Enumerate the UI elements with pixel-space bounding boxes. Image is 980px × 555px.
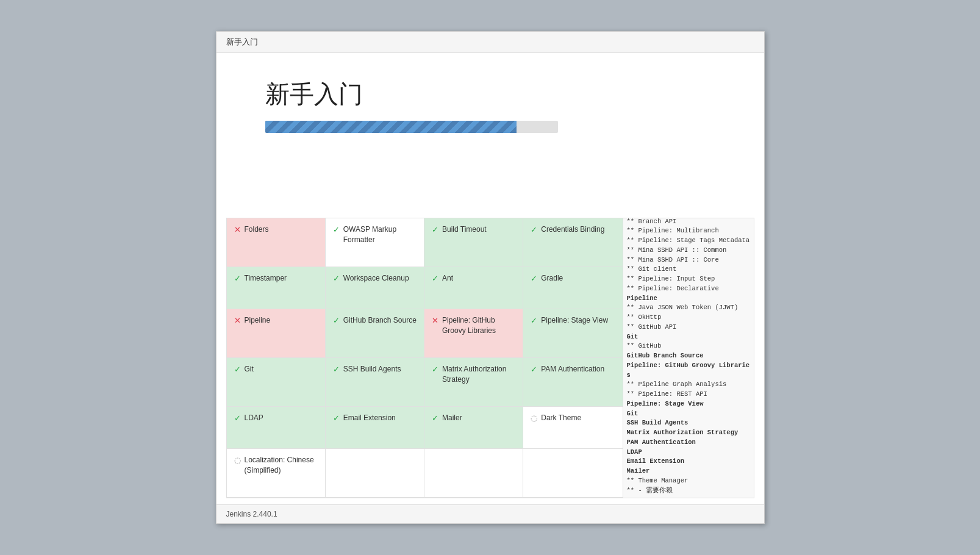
- hero-section: 新手入门: [216, 53, 764, 212]
- plugin-cell: ✓ Credentials Binding: [523, 218, 622, 267]
- plugin-name: Localization: Chinese (Simplified): [245, 455, 318, 476]
- log-line: ** Mina SSHD API :: Core: [627, 256, 750, 265]
- plugin-name: Pipeline: Stage View: [541, 315, 608, 326]
- plugin-cell: ✓ Email Extension: [326, 407, 424, 449]
- check-icon: ✓: [432, 414, 438, 423]
- plugin-name: Dark Theme: [541, 413, 581, 423]
- plugin-section: ✕ Folders ✓ OWASP Markup Formatter ✓ Bui…: [216, 212, 764, 504]
- main-window: 新手入门 新手入门 ✕ Folders ✓ OWASP Markup Forma…: [216, 31, 765, 524]
- plugin-name: LDAP: [245, 413, 263, 423]
- plugin-name: OWASP Markup Formatter: [343, 224, 417, 245]
- plugin-name: Credentials Binding: [541, 224, 604, 235]
- plugin-name: GitHub Branch Source: [343, 315, 417, 326]
- plugin-cell: [424, 449, 523, 498]
- page-title: 新手入门: [265, 77, 363, 111]
- log-line: Pipeline: GitHub Groovy Libraries: [627, 361, 750, 381]
- version-label: Jenkins 2.440.1: [226, 510, 277, 518]
- window-title: 新手入门: [226, 37, 258, 46]
- footer: Jenkins 2.440.1: [216, 504, 764, 523]
- plugin-cell: ◌ Dark Theme: [523, 407, 622, 449]
- plugin-grid: ✕ Folders ✓ OWASP Markup Formatter ✓ Bui…: [226, 218, 623, 498]
- plugin-cell: ✓ Workspace Cleanup: [326, 267, 424, 309]
- title-bar: 新手入门: [216, 32, 764, 53]
- spinner-icon: ◌: [531, 414, 537, 423]
- plugin-name: Git: [245, 364, 254, 374]
- plugin-name: Pipeline: [245, 315, 271, 326]
- plugin-name: Build Timeout: [442, 224, 487, 235]
- check-icon: ✓: [531, 316, 537, 325]
- log-panel[interactable]: ** Pipeline: Groovy Libraries** Pipeline…: [623, 218, 754, 498]
- log-line: ** Pipeline: Declarative: [627, 284, 750, 294]
- check-icon: ✓: [333, 225, 340, 234]
- plugin-cell: ✓ LDAP: [227, 407, 326, 449]
- progress-bar: [265, 121, 517, 133]
- log-line: ** Mina SSHD API :: Common: [627, 246, 750, 256]
- plugin-name: Mailer: [442, 413, 462, 423]
- plugin-cell: ✓ Ant: [424, 267, 523, 309]
- log-line: Matrix Authorization Strategy: [627, 428, 750, 438]
- log-line: ** Java JSON Web Token (JJWT): [627, 303, 750, 313]
- cross-icon: ✕: [234, 225, 241, 234]
- plugin-cell: ✓ Timestamper: [227, 267, 326, 309]
- plugin-cell: ✓ Matrix Authorization Strategy: [424, 358, 523, 407]
- check-icon: ✓: [234, 414, 241, 423]
- log-line: Pipeline: [627, 294, 750, 304]
- plugin-cell: ✓ Gradle: [523, 267, 622, 309]
- plugin-name: Ant: [442, 273, 453, 284]
- plugin-cell: ✕ Folders: [227, 218, 326, 267]
- plugin-cell: ✓ Mailer: [424, 407, 523, 449]
- plugin-cell: ✓ SSH Build Agents: [326, 358, 424, 407]
- check-icon: ✓: [531, 365, 537, 374]
- plugin-cell: ✓ Pipeline: Stage View: [523, 309, 622, 358]
- plugin-name: Timestamper: [245, 273, 287, 284]
- plugin-cell: [326, 449, 424, 498]
- log-line: Git: [627, 409, 750, 419]
- plugin-cell: ✓ GitHub Branch Source: [326, 309, 424, 358]
- plugin-name: Email Extension: [343, 413, 396, 423]
- plugin-cell: ✕ Pipeline: GitHub Groovy Libraries: [424, 309, 523, 358]
- spinner-icon: ◌: [234, 456, 241, 465]
- check-icon: ✓: [333, 365, 340, 374]
- cross-icon: ✕: [234, 316, 241, 325]
- check-icon: ✓: [432, 365, 438, 374]
- log-line: Pipeline: Stage View: [627, 399, 750, 409]
- log-line: Email Extension: [627, 457, 750, 467]
- plugin-cell: ✕ Pipeline: [227, 309, 326, 358]
- plugin-name: Matrix Authorization Strategy: [442, 364, 515, 385]
- log-line: ** Theme Manager: [627, 476, 750, 486]
- log-line: GitHub Branch Source: [627, 351, 750, 361]
- plugin-name: Pipeline: GitHub Groovy Libraries: [442, 315, 515, 336]
- plugin-name: Gradle: [541, 273, 563, 284]
- log-line: ** Pipeline Graph Analysis: [627, 380, 750, 390]
- check-icon: ✓: [432, 225, 438, 234]
- check-icon: ✓: [234, 274, 241, 283]
- plugin-name: Folders: [245, 224, 269, 235]
- plugin-name: SSH Build Agents: [343, 364, 401, 374]
- log-line: ** Pipeline: REST API: [627, 390, 750, 399]
- check-icon: ✓: [333, 274, 340, 283]
- check-icon: ✓: [234, 365, 241, 374]
- log-line: ** Pipeline: Multibranch: [627, 226, 750, 236]
- check-icon: ✓: [531, 225, 537, 234]
- plugin-cell: ✓ Build Timeout: [424, 218, 523, 267]
- plugin-cell: [523, 449, 622, 498]
- log-line: ** GitHub API: [627, 323, 750, 332]
- log-line: LDAP: [627, 448, 750, 457]
- plugin-cell: ✓ PAM Authentication: [523, 358, 622, 407]
- progress-bar-container: [265, 121, 558, 133]
- log-line: PAM Authentication: [627, 438, 750, 448]
- check-icon: ✓: [333, 414, 340, 423]
- check-icon: ✓: [333, 316, 340, 325]
- plugin-cell: ◌ Localization: Chinese (Simplified): [227, 449, 326, 498]
- plugin-cell: ✓ Git: [227, 358, 326, 407]
- plugin-grid-wrapper: ✕ Folders ✓ OWASP Markup Formatter ✓ Bui…: [226, 218, 754, 498]
- check-icon: ✓: [531, 274, 537, 283]
- log-line: Mailer: [627, 467, 750, 476]
- log-line: ** - 需要你赖: [627, 486, 750, 496]
- log-line: SSH Build Agents: [627, 418, 750, 428]
- plugin-cell: ✓ OWASP Markup Formatter: [326, 218, 424, 267]
- log-line: ** OkHttp: [627, 313, 750, 323]
- log-line: ** Branch API: [627, 218, 750, 226]
- log-line: Git: [627, 332, 750, 342]
- plugin-name: PAM Authentication: [541, 364, 604, 374]
